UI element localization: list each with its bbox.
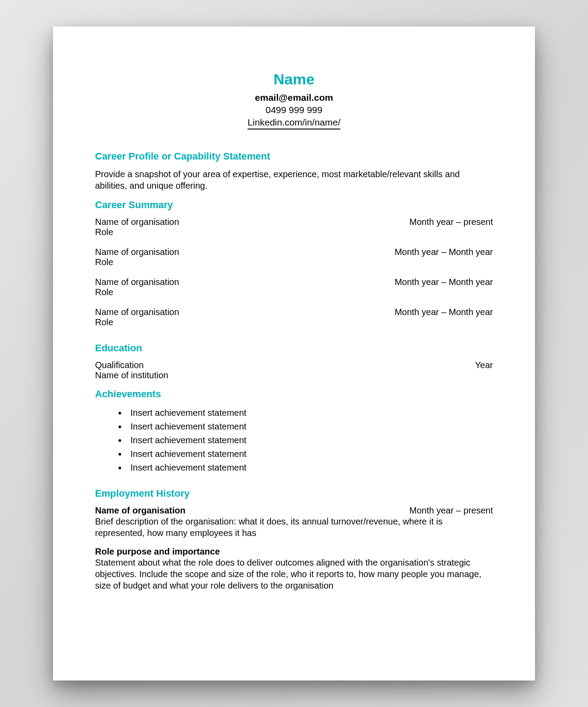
summary-date: Month year – Month year [395,307,493,317]
summary-org: Name of organisation [95,247,179,257]
summary-item: Name of organisation Month year – Month … [95,277,493,297]
email-text: email@email.com [95,92,493,103]
career-profile-body: Provide a snapshot of your area of exper… [95,168,493,191]
header-block: Name email@email.com 0499 999 999 Linked… [95,71,493,129]
achievements-list: Insert achievement statement Insert achi… [95,406,493,475]
resume-page: Name email@email.com 0499 999 999 Linked… [53,27,535,680]
linkedin-link[interactable]: Linkedin.com/in/name/ [248,117,340,129]
summary-role: Role [95,317,493,327]
education-year: Year [475,360,493,370]
career-summary-heading: Career Summary [95,199,493,211]
summary-item: Name of organisation Month year – Month … [95,307,493,327]
employment-date: Month year – present [409,506,493,516]
summary-item: Name of organisation Month year – Month … [95,247,493,267]
education-section: Education Qualification Year Name of ins… [95,342,493,380]
role-purpose-description: Statement about what the role does to de… [95,557,493,591]
summary-item: Name of organisation Month year – presen… [95,217,493,237]
achievement-item: Insert achievement statement [127,461,493,475]
summary-org: Name of organisation [95,307,179,317]
education-institution: Name of institution [95,370,493,380]
employment-heading: Employment History [95,488,493,499]
employment-description: Brief description of the organisation: w… [95,516,493,539]
career-profile-heading: Career Profile or Capability Statement [95,151,493,162]
education-qualification: Qualification [95,360,144,370]
achievements-heading: Achievements [95,388,493,400]
achievements-section: Achievements Insert achievement statemen… [95,388,493,475]
summary-role: Role [95,227,493,237]
summary-org: Name of organisation [95,277,179,287]
education-heading: Education [95,342,493,354]
phone-text: 0499 999 999 [95,105,493,115]
summary-org: Name of organisation [95,217,179,227]
summary-date: Month year – Month year [395,277,493,287]
summary-date: Month year – Month year [395,247,493,257]
summary-date: Month year – present [409,217,493,227]
career-profile-section: Career Profile or Capability Statement P… [95,151,493,191]
achievement-item: Insert achievement statement [127,420,493,433]
achievement-item: Insert achievement statement [127,447,493,461]
employment-section: Employment History Name of organisation … [95,488,493,591]
name-title: Name [95,71,493,88]
career-summary-section: Career Summary Name of organisation Mont… [95,199,493,327]
employment-org: Name of organisation [95,506,185,516]
summary-role: Role [95,287,493,297]
achievement-item: Insert achievement statement [127,406,493,420]
achievement-item: Insert achievement statement [127,433,493,447]
summary-role: Role [95,257,493,267]
role-purpose-heading: Role purpose and importance [95,547,493,557]
